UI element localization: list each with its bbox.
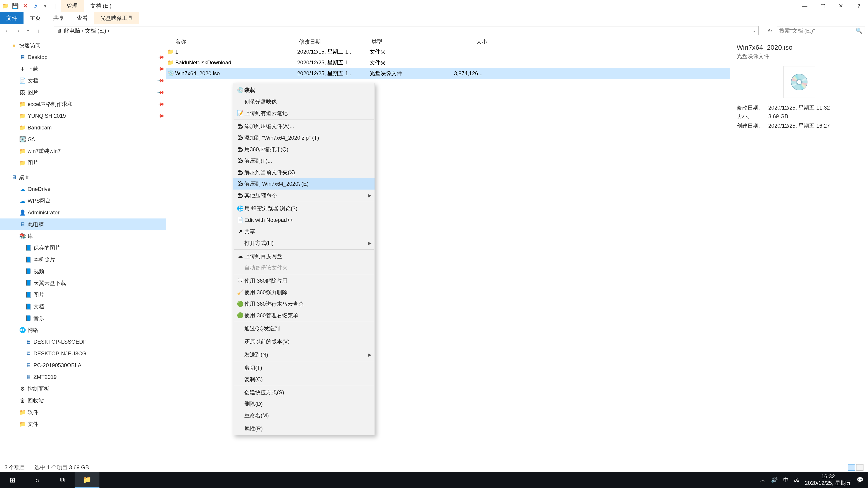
sidebar-desktop-root[interactable]: 🖥桌面 bbox=[0, 171, 166, 183]
volume-icon[interactable]: 🔊 bbox=[771, 477, 778, 483]
forward-button[interactable]: → bbox=[13, 27, 22, 35]
recent-dropdown-icon[interactable]: ▾ bbox=[24, 27, 32, 35]
explorer-button[interactable]: 📁 bbox=[74, 472, 99, 488]
tab-home[interactable]: 主页 bbox=[24, 12, 47, 24]
sidebar-pc1[interactable]: 🖥DESKTOP-LSSOEDP bbox=[0, 336, 166, 348]
tab-share[interactable]: 共享 bbox=[47, 12, 70, 24]
context-menu-item[interactable]: 创建快捷方式(S) bbox=[233, 387, 375, 398]
sidebar-pictures3[interactable]: 📘图片 bbox=[0, 289, 166, 301]
sidebar-pc3[interactable]: 🖥PC-20190530OBLA bbox=[0, 359, 166, 371]
context-menu-item[interactable]: 属性(R) bbox=[233, 423, 375, 434]
tab-disc-tools[interactable]: 光盘映像工具 bbox=[94, 12, 139, 24]
breadcrumb-path[interactable]: 此电脑 › 文档 (E:) › bbox=[64, 27, 110, 34]
context-menu-item[interactable]: 🗜添加到压缩文件(A)... bbox=[233, 121, 375, 132]
up-button[interactable]: ↑ bbox=[34, 27, 42, 35]
ime-indicator[interactable]: 中 bbox=[783, 476, 789, 484]
context-menu-item[interactable]: 🗜解压到 Win7x64_2020\ (E) bbox=[233, 178, 375, 190]
context-menu-item[interactable]: 剪切(T) bbox=[233, 362, 375, 373]
table-row[interactable]: 📁BaiduNetdiskDownload2020/12/25, 星期五 1..… bbox=[166, 57, 730, 68]
sidebar-administrator[interactable]: 👤Administrator bbox=[0, 207, 166, 219]
minimize-button[interactable]: — bbox=[796, 0, 814, 12]
sidebar-libraries[interactable]: 📚库 bbox=[0, 230, 166, 242]
refresh-button[interactable]: ↻ bbox=[765, 28, 774, 34]
tray-chevron-icon[interactable]: ︿ bbox=[760, 476, 766, 484]
save-icon[interactable]: 💾 bbox=[12, 2, 19, 9]
context-menu-item[interactable]: 🗜用360压缩打开(Q) bbox=[233, 143, 375, 155]
context-menu-item[interactable]: 🗜解压到(F)... bbox=[233, 155, 375, 166]
breadcrumb[interactable]: 🖥 此电脑 › 文档 (E:) › ⌄ bbox=[54, 26, 758, 35]
context-menu-item[interactable]: 🗜添加到 "Win7x64_2020.zip" (T) bbox=[233, 132, 375, 143]
sidebar-pc2[interactable]: 🖥DESKTOP-NJEU3CG bbox=[0, 348, 166, 359]
sidebar-pictures[interactable]: 🖼图片📌 bbox=[0, 87, 166, 98]
context-menu-item[interactable]: 删除(D) bbox=[233, 398, 375, 410]
sidebar-quick-access[interactable]: ★快速访问 bbox=[0, 39, 166, 51]
sidebar-control-panel[interactable]: ⚙控制面板 bbox=[0, 383, 166, 395]
context-menu-item[interactable]: 复制(C) bbox=[233, 373, 375, 385]
table-row[interactable]: 📁12020/12/15, 星期二 1...文件夹 bbox=[166, 46, 730, 57]
context-menu-item[interactable]: 🟢使用 360管理右键菜单 bbox=[233, 310, 375, 321]
context-menu-item[interactable]: 📄Edit with Notepad++ bbox=[233, 214, 375, 226]
sidebar-music[interactable]: 📘音乐 bbox=[0, 313, 166, 324]
contextual-tab-manage[interactable]: 管理 bbox=[61, 0, 84, 12]
context-menu-item[interactable]: 还原以前的版本(V) bbox=[233, 336, 375, 347]
context-menu-item[interactable]: 🧹使用 360强力删除 bbox=[233, 287, 375, 298]
back-button[interactable]: ← bbox=[3, 27, 11, 35]
close-icon[interactable]: ✕ bbox=[22, 2, 29, 9]
context-menu-item[interactable]: 打开方式(H)▶ bbox=[233, 237, 375, 249]
close-button[interactable]: ✕ bbox=[832, 0, 850, 12]
sidebar-videos[interactable]: 📘视频 bbox=[0, 265, 166, 277]
search-icon[interactable]: 🔍 bbox=[856, 28, 862, 34]
sidebar-excel[interactable]: 📁excel表格制作求和📌 bbox=[0, 98, 166, 110]
context-menu-item[interactable]: ☁上传到百度网盘 bbox=[233, 250, 375, 262]
context-menu-item[interactable]: 通过QQ发送到 bbox=[233, 323, 375, 334]
sidebar-pictures2[interactable]: 📁图片 bbox=[0, 157, 166, 169]
sidebar-win7reinstall[interactable]: 📁win7重装win7 bbox=[0, 145, 166, 157]
sidebar-documents[interactable]: 📄文档📌 bbox=[0, 75, 166, 87]
sidebar-camera-roll[interactable]: 📘本机照片 bbox=[0, 254, 166, 265]
sidebar-pc4[interactable]: 🖥ZMT2019 bbox=[0, 371, 166, 383]
sidebar-software[interactable]: 📁软件 bbox=[0, 406, 166, 418]
sidebar-tianyi[interactable]: 📘天翼云盘下载 bbox=[0, 277, 166, 289]
sidebar-files[interactable]: 📁文件 bbox=[0, 418, 166, 430]
context-menu-item[interactable]: 📝上传到有道云笔记 bbox=[233, 107, 375, 119]
network-icon[interactable]: 🖧 bbox=[794, 477, 800, 483]
context-menu-item[interactable]: 发送到(N)▶ bbox=[233, 349, 375, 360]
qat-dropdown-icon[interactable]: ▾ bbox=[41, 2, 49, 9]
context-menu-item[interactable]: 🗜解压到当前文件夹(X) bbox=[233, 166, 375, 178]
context-menu-item[interactable]: 🌐用 蜂蜜浏览器 浏览(3) bbox=[233, 203, 375, 214]
sidebar-recycle[interactable]: 🗑回收站 bbox=[0, 395, 166, 406]
tab-view[interactable]: 查看 bbox=[70, 12, 94, 24]
context-menu-item[interactable]: 💿装载 bbox=[233, 84, 375, 96]
context-menu-item[interactable]: 🛡使用 360解除占用 bbox=[233, 275, 375, 287]
sidebar-saved-pictures[interactable]: 📘保存的图片 bbox=[0, 242, 166, 254]
properties-icon[interactable]: ◔ bbox=[32, 2, 39, 9]
table-row[interactable]: 💿Win7x64_2020.iso2020/12/25, 星期五 1...光盘映… bbox=[166, 68, 730, 79]
column-modified[interactable]: 修改日期 bbox=[297, 38, 370, 45]
task-view-button[interactable]: ⧉ bbox=[50, 472, 74, 488]
context-menu-item[interactable]: 🗜其他压缩命令▶ bbox=[233, 190, 375, 201]
sidebar-gdrive[interactable]: 💽G:\ bbox=[0, 133, 166, 145]
sidebar-network[interactable]: 🌐网络 bbox=[0, 324, 166, 336]
sidebar-downloads[interactable]: ⬇下载📌 bbox=[0, 63, 166, 75]
column-name[interactable]: 名称 bbox=[166, 38, 297, 45]
sidebar-bandicam[interactable]: 📁Bandicam bbox=[0, 122, 166, 133]
sidebar-documents2[interactable]: 📘文档 bbox=[0, 301, 166, 313]
maximize-button[interactable]: ▢ bbox=[814, 0, 832, 12]
context-menu-item[interactable]: 刻录光盘映像 bbox=[233, 96, 375, 107]
sidebar-yunqishi[interactable]: 📁YUNQISHI2019📌 bbox=[0, 110, 166, 122]
column-size[interactable]: 大小 bbox=[433, 38, 487, 45]
search-button[interactable]: ⌕ bbox=[25, 472, 50, 488]
context-menu-item[interactable]: ↗共享 bbox=[233, 226, 375, 237]
column-type[interactable]: 类型 bbox=[370, 38, 433, 45]
breadcrumb-dropdown-icon[interactable]: ⌄ bbox=[752, 28, 756, 34]
sidebar-thispc[interactable]: 🖥此电脑 bbox=[0, 219, 166, 230]
view-icons-button[interactable] bbox=[856, 464, 864, 470]
action-center-icon[interactable]: 💬 bbox=[857, 477, 864, 483]
clock[interactable]: 16:32 2020/12/25, 星期五 bbox=[805, 473, 851, 486]
context-menu-item[interactable]: 重命名(M) bbox=[233, 410, 375, 421]
sidebar-desktop[interactable]: 🖥Desktop📌 bbox=[0, 51, 166, 63]
tab-file[interactable]: 文件 bbox=[0, 12, 24, 24]
sidebar-onedrive[interactable]: ☁OneDrive bbox=[0, 183, 166, 195]
view-details-button[interactable] bbox=[848, 464, 855, 470]
start-button[interactable]: ⊞ bbox=[0, 472, 25, 488]
